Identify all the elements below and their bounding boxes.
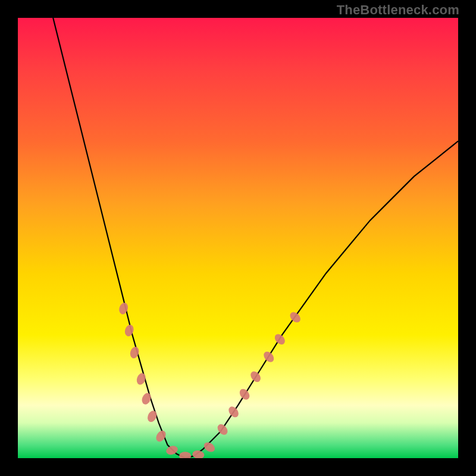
marker-right-lower-12	[227, 405, 240, 419]
marker-left-lower-3	[135, 372, 147, 386]
marker-right-top-17	[288, 310, 302, 324]
watermark-text: TheBottleneck.com	[337, 2, 459, 18]
marker-right-mid-14	[249, 369, 263, 384]
marker-left-lower-4	[140, 392, 152, 406]
bottleneck-curve-path	[53, 18, 458, 458]
chart-svg	[18, 18, 458, 458]
marker-right-upper-16	[273, 332, 287, 346]
marker-left-upper-1	[123, 324, 134, 337]
marker-right-mid-13	[237, 387, 251, 402]
plot-area	[18, 18, 458, 458]
marker-bottom-9	[192, 449, 205, 458]
marker-right-upper-15	[262, 350, 276, 364]
curve-group	[53, 18, 458, 458]
marker-bottom-8	[179, 452, 191, 458]
chart-frame: TheBottleneck.com	[0, 0, 476, 476]
